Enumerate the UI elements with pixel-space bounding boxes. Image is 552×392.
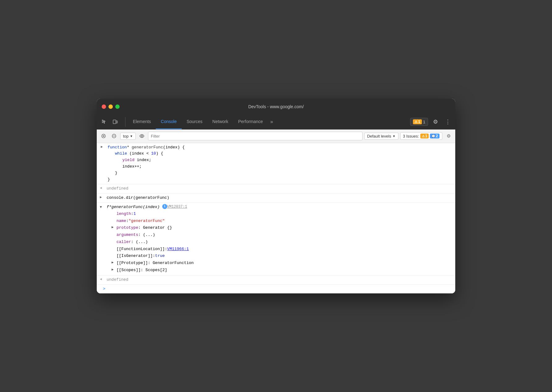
svg-point-4 (141, 135, 142, 137)
device-toolbar-icon[interactable] (110, 117, 120, 127)
tabs-bar: Elements Console Sources Network Perform… (97, 115, 455, 130)
context-dropdown[interactable]: top ▼ (120, 133, 136, 140)
console-input-function[interactable]: function* generatorFunc(index) { while (… (97, 143, 455, 185)
code-line-6: } (108, 177, 453, 183)
close-button[interactable] (102, 104, 106, 109)
tab-elements[interactable]: Elements (128, 115, 156, 129)
func-type: f* (107, 204, 112, 211)
prompt-caret: > (103, 286, 105, 292)
prop-scopes: ▶ [[Scopes]] : Scopes[2] (112, 267, 453, 274)
levels-arrow-icon: ▼ (393, 134, 396, 138)
dropdown-arrow-icon: ▼ (130, 134, 133, 138)
prop-prototype: ▶ prototype : Generator {} (112, 224, 453, 232)
more-options-icon[interactable]: ⋮ (443, 117, 453, 127)
expand-arrow[interactable]: ▼ (100, 205, 102, 210)
dir-output-header: ▼ f* generatorFunc(index) i VM12037:1 (107, 204, 453, 211)
tabs-right: ⚠ 1 1 ⚙ ⋮ (410, 115, 453, 129)
title-bar: DevTools - www.google.com/ (97, 99, 455, 115)
prop-key-name: name (117, 218, 126, 224)
warning-count: 1 (418, 120, 420, 124)
prop-function-location: ▶ [[FunctionLocation]] : VM11966:1 (112, 246, 453, 253)
prop-is-generator: ▶ [[IsGenerator]] : true (112, 253, 453, 260)
maximize-button[interactable] (115, 104, 120, 109)
no-entry-icon[interactable] (110, 132, 118, 140)
levels-dropdown[interactable]: Default levels ▼ (364, 133, 398, 140)
undefined-value-1: undefined (107, 186, 128, 191)
output-undefined-2: undefined (97, 275, 455, 285)
prop-key-arguments: arguments (117, 232, 138, 238)
clear-console-button[interactable] (99, 132, 108, 140)
keyword-function: function (108, 145, 127, 150)
issues-count-label: 1 (423, 120, 425, 124)
window-title: DevTools - www.google.com/ (248, 104, 304, 109)
issues-warning-badge: ⚠ 1 (420, 134, 429, 138)
prop-key-isgenerator: [[IsGenerator]] (117, 253, 153, 259)
code-line-5: } (108, 170, 453, 177)
issues-info-badge: 💬 2 (430, 134, 439, 138)
tab-performance[interactable]: Performance (233, 115, 268, 129)
minimize-button[interactable] (108, 104, 113, 109)
prop-key-proto-chain: [[Prototype]] (117, 260, 148, 266)
dir-output-block: ▼ f* generatorFunc(index) i VM12037:1 ▶ … (97, 203, 455, 275)
code-line-1: function* generatorFunc(index) { (108, 144, 453, 151)
output-undefined-1: undefined (97, 184, 455, 194)
svg-rect-0 (113, 120, 116, 124)
traffic-lights (102, 104, 120, 109)
prop-key-prototype: prototype (117, 225, 138, 231)
info-icon[interactable]: i (162, 204, 167, 209)
keyword-while: while (115, 151, 127, 156)
prop-val-isgenerator: true (155, 253, 165, 259)
console-dir-code: console.dir(generatorFunc) (107, 195, 169, 200)
prop-key-length: length (117, 211, 131, 217)
more-tabs-button[interactable]: » (268, 115, 276, 129)
prop-val-name: "generatorFunc" (129, 218, 165, 224)
filter-input[interactable] (148, 132, 363, 140)
console-area: function* generatorFunc(index) { while (… (97, 143, 455, 294)
tab-icons (99, 115, 120, 129)
func-sig: generatorFunc(index) (112, 204, 160, 211)
number-10: 10 (151, 151, 156, 156)
console-prompt[interactable]: > (97, 285, 455, 294)
code-line-2: while (index < 10) { (108, 151, 453, 157)
keyword-yield: yield (122, 158, 134, 162)
prop-name: ▶ name : "generatorFunc" (112, 218, 453, 225)
vm-link-11966[interactable]: VM11966:1 (167, 246, 189, 253)
asterisk: * (127, 145, 132, 150)
issues-badge[interactable]: ⚠ 1 1 (410, 118, 428, 126)
context-label: top (123, 134, 129, 138)
devtools-window: DevTools - www.google.com/ Elements Cons… (97, 99, 455, 294)
tab-console[interactable]: Console (156, 115, 181, 129)
tab-divider (125, 117, 125, 127)
settings-icon[interactable]: ⚙ (431, 117, 440, 127)
code-line-4: index++; (108, 164, 453, 170)
console-input-dir[interactable]: console.dir(generatorFunc) (97, 194, 455, 203)
dir-properties: ▶ length : 1 ▶ name : "generatorFunc" ▶ … (107, 211, 453, 274)
prop-key-caller: caller (117, 239, 131, 245)
code-line-3: yield index; (108, 157, 453, 164)
prop-caller: ▶ caller : (...) (112, 239, 453, 246)
prop-prototype-chain: ▶ [[Prototype]] : GeneratorFunction (112, 260, 453, 267)
tab-sources[interactable]: Sources (182, 115, 207, 129)
issues-count-button[interactable]: 3 Issues: ⚠ 1 💬 2 (400, 132, 442, 140)
eye-icon[interactable] (138, 132, 146, 140)
inspect-element-icon[interactable] (99, 117, 109, 127)
warning-badge: ⚠ 1 (413, 119, 422, 124)
nav-tabs: Elements Console Sources Network Perform… (128, 115, 410, 129)
prop-arguments: ▶ arguments : (...) (112, 232, 453, 239)
prop-key-scopes: [[Scopes]] (117, 267, 141, 274)
console-toolbar: top ▼ Default levels ▼ 3 Issues: ⚠ 1 💬 2 (97, 130, 455, 143)
prop-val-length: 1 (134, 211, 136, 217)
prop-key-funcloc: [[FunctionLocation]] (117, 246, 165, 253)
vm-source-link[interactable]: VM12037:1 (167, 204, 187, 211)
issues-text: 3 Issues: (403, 134, 419, 138)
func-name: generatorFunc (132, 145, 163, 150)
tab-network[interactable]: Network (207, 115, 233, 129)
undefined-value-2: undefined (107, 277, 128, 282)
prop-length: ▶ length : 1 (112, 211, 453, 218)
console-settings-icon[interactable]: ⚙ (444, 132, 453, 140)
svg-rect-1 (116, 121, 117, 123)
levels-label: Default levels (367, 134, 391, 138)
